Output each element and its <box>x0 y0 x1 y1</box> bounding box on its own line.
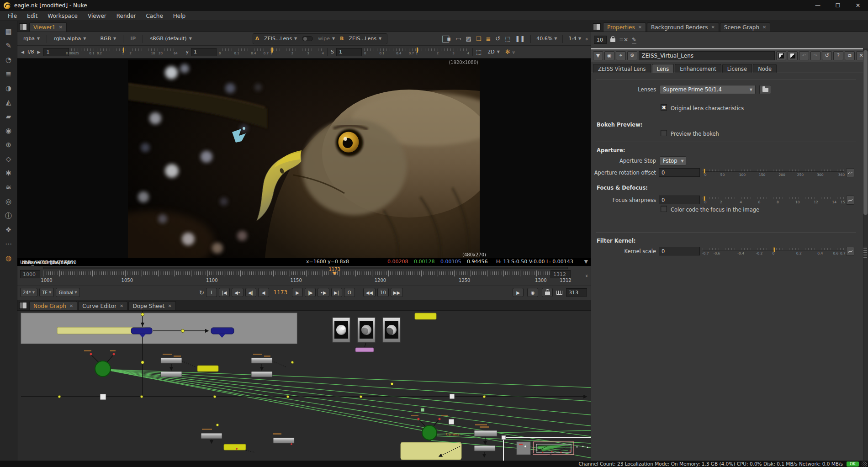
gain-prev-icon[interactable]: ◀ <box>20 50 25 54</box>
in-point-button[interactable]: I <box>206 288 217 297</box>
tab-properties[interactable]: Properties✕ <box>603 22 646 32</box>
minimize-button[interactable]: — <box>808 0 828 11</box>
a-input-select[interactable]: ZEIS...Lens▼ <box>261 34 300 43</box>
pane-layout-icon[interactable] <box>19 302 27 309</box>
focus-sharpness-slider[interactable]: 0 2 4 6 8 10 12 14 15 <box>703 196 844 205</box>
node-name-input[interactable]: ZEISS_Virtual_Lens <box>639 51 775 60</box>
pane-layout-icon[interactable] <box>593 23 601 30</box>
step-back-button[interactable]: ◀| <box>245 288 256 297</box>
deep-icon[interactable]: ≋ <box>2 181 15 193</box>
info-dropdown-icon[interactable]: ▼ <box>584 259 588 265</box>
kernel-curve-button[interactable] <box>846 247 854 256</box>
close-icon[interactable]: ✕ <box>168 303 172 308</box>
pane-layout-icon[interactable] <box>19 23 27 30</box>
gamut-warning-icon[interactable]: ⃞▪ <box>447 35 451 42</box>
alpha-select[interactable]: rgba.alpha▼ <box>51 34 89 43</box>
saturation-input[interactable]: 1 <box>336 48 362 56</box>
edit-node-name-icon[interactable]: ✎ <box>632 37 636 43</box>
flipbook-button[interactable]: ▶ <box>513 288 524 297</box>
refresh-icon[interactable]: ↺ <box>495 35 500 42</box>
wipe-mode-select[interactable]: wipe▼ <box>315 34 338 43</box>
dot-node[interactable] <box>100 394 106 400</box>
wrench-icon[interactable]: ⚙ <box>627 51 637 60</box>
aperture-rotation-slider[interactable]: 0 50 100 150 200 250 300 360 <box>703 168 844 177</box>
loop-mode-icon[interactable]: ↻ <box>199 289 204 296</box>
frame-step-input[interactable]: 10 <box>377 288 389 297</box>
keyer-icon[interactable]: ▰ <box>2 111 15 122</box>
next-key-button[interactable]: •▶ <box>318 288 329 297</box>
gamma-slider[interactable]: 0 0.1 0.4 0.7 1 2 3 4 <box>219 48 324 57</box>
tab-lens[interactable]: Lens <box>652 64 674 73</box>
view-mode-select[interactable]: 2D▼ <box>484 48 503 57</box>
b-input-select[interactable]: ZEIS...Lens▼ <box>345 34 385 43</box>
cache-frames-input[interactable]: 313 <box>566 288 587 297</box>
kernel-scale-input[interactable]: 0 <box>659 247 700 255</box>
filter-icon[interactable]: ◭ <box>2 96 15 108</box>
other-icon[interactable]: ⋯ <box>2 238 15 250</box>
merge-icon[interactable]: ◉ <box>2 125 15 137</box>
play-back-button[interactable]: ◀ <box>258 288 269 297</box>
menu-viewer[interactable]: Viewer <box>83 13 111 19</box>
small-green-node[interactable] <box>421 408 424 412</box>
yellow-node[interactable] <box>415 313 436 319</box>
range-in-input[interactable]: 1000 <box>20 270 40 278</box>
tab-scene-graph[interactable]: Scene Graph✕ <box>720 22 771 32</box>
display-channel-select[interactable]: RGB▼ <box>97 34 119 43</box>
loop-button[interactable]: O <box>344 288 355 297</box>
wipe-toggle[interactable] <box>302 36 313 41</box>
menu-render[interactable]: Render <box>111 13 141 19</box>
help-button[interactable]: ? <box>833 51 843 60</box>
transform-icon[interactable]: ⊕ <box>2 139 15 151</box>
timeline-scale-icon[interactable] <box>556 291 562 295</box>
toolsets-icon[interactable]: ❖ <box>2 224 15 236</box>
node-graph-canvas[interactable]: Camera <box>17 311 591 461</box>
center-icon[interactable]: ⌖ <box>616 51 626 60</box>
collapse-icon[interactable]: ▼ <box>593 51 603 60</box>
views-icon[interactable]: ◎ <box>2 196 15 207</box>
menu-workspace[interactable]: Workspace <box>42 13 83 19</box>
thumbnail-node[interactable] <box>358 318 375 342</box>
max-panels-input[interactable]: 10 <box>594 36 607 44</box>
node-indicator-icon[interactable]: ◉ <box>604 51 614 60</box>
zoom-level-select[interactable]: 40.6%▼ <box>536 36 557 42</box>
particles-icon[interactable]: ✱ <box>2 167 15 179</box>
menu-edit[interactable]: Edit <box>22 13 42 19</box>
close-icon[interactable]: ✕ <box>120 303 123 308</box>
timeline-range-strip[interactable] <box>43 267 568 269</box>
lens-folder-button[interactable] <box>759 85 771 94</box>
scrollbar-thumb[interactable] <box>863 50 868 215</box>
layer-select[interactable]: rgba▼ <box>20 34 43 43</box>
step-inc-button[interactable]: ▶▶ <box>391 288 403 297</box>
gain-next-icon[interactable]: ▶ <box>37 50 42 54</box>
saturation-slider[interactable]: 0 0.1 0.4 0.7 1 2 3 4 <box>364 48 469 57</box>
undo-icon[interactable]: ↶ <box>799 51 809 60</box>
backdrop-node-yellow[interactable] <box>401 442 461 460</box>
play-forward-button[interactable]: ▶ <box>292 288 303 297</box>
3d-icon[interactable]: ◇ <box>2 153 15 165</box>
close-button[interactable]: ✕ <box>848 0 868 11</box>
original-lens-checkbox[interactable]: ✖ <box>661 104 667 111</box>
timeline-chevron[interactable]: » <box>584 274 590 276</box>
dot-node[interactable] <box>450 394 455 399</box>
aperture-stop-dropdown[interactable]: Fstop▼ <box>660 156 686 165</box>
maximize-button[interactable]: ☐ <box>828 0 848 11</box>
metadata-icon[interactable]: ⓘ <box>2 210 15 222</box>
step-forward-button[interactable]: |▶ <box>305 288 316 297</box>
menu-cache[interactable]: Cache <box>141 13 168 19</box>
aperture-rotation-input[interactable]: 0 <box>659 168 700 177</box>
window-resize-grip[interactable] <box>862 462 867 467</box>
channel-mask-icon[interactable] <box>776 51 786 60</box>
lock-range-button[interactable] <box>542 288 553 297</box>
channel-icon[interactable]: ≣ <box>2 68 15 80</box>
channel-mask-icon[interactable] <box>788 51 798 60</box>
lenses-dropdown[interactable]: Supreme Prime 50/1.4▼ <box>660 85 756 94</box>
thumbnail-node[interactable] <box>333 318 350 342</box>
panel-resize-grip[interactable] <box>863 246 867 258</box>
thumbnail-node[interactable] <box>383 318 400 342</box>
tab-dope-sheet[interactable]: Dope Sheet✕ <box>128 301 175 310</box>
tab-license[interactable]: License <box>722 64 752 73</box>
step-dec-button[interactable]: ◀◀ <box>363 288 376 297</box>
range-out-input[interactable]: 1312 <box>550 270 571 278</box>
focus-sharpness-input[interactable]: 0 <box>659 196 700 204</box>
close-icon[interactable]: ✕ <box>711 25 715 30</box>
